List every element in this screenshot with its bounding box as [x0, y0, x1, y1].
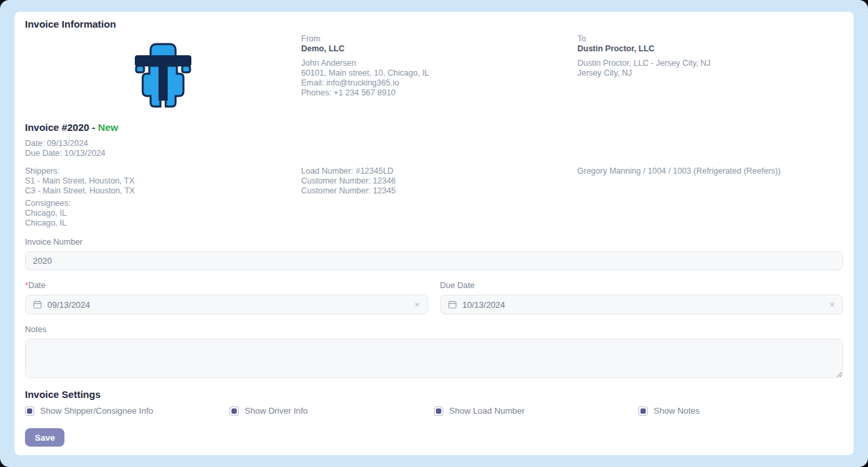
option-label: Show Load Number: [449, 406, 525, 416]
invoice-number-input[interactable]: [25, 251, 843, 270]
due-date-field: Due Date 10/13/2024 ✕: [440, 270, 843, 314]
shippers-consignees-column: Shippers: S1 - Main Street, Houston, TX …: [25, 166, 301, 228]
logo-container: [25, 34, 301, 112]
to-company: Dustin Proctor, LLC: [577, 44, 843, 54]
option-show-notes: Show Notes: [639, 406, 843, 416]
option-show-shipper-consignee: Show Shipper/Consignee Info: [25, 406, 229, 416]
shipper-line: S1 - Main Street, Houston, TX: [25, 176, 301, 186]
option-label: Show Driver Info: [245, 406, 308, 416]
show-notes-checkbox[interactable]: [639, 406, 648, 416]
from-address: 60101, Main street, 10, Chicago, IL: [301, 68, 577, 78]
checkbox-fill: [436, 408, 441, 414]
shippers-label: Shippers:: [25, 166, 301, 176]
invoice-card: Invoice Information From Demo: [14, 12, 854, 455]
consignees-label: Consignees:: [25, 199, 301, 209]
to-section: To Dustin Proctor, LLC Dustin Proctor, L…: [577, 34, 843, 112]
card-title: Invoice Information: [25, 18, 843, 30]
from-company: Demo, LLC: [301, 44, 577, 54]
shipment-section: Shippers: S1 - Main Street, Houston, TX …: [25, 166, 843, 228]
header-section: From Demo, LLC John Andersen 60101, Main…: [25, 34, 843, 112]
show-driver-info-checkbox[interactable]: [229, 406, 239, 416]
settings-options-row: Show Shipper/Consignee Info Show Driver …: [25, 406, 843, 416]
customer-number-line: Customer Number: 12345: [301, 186, 577, 196]
calendar-icon: [448, 300, 457, 309]
date-label: *Date: [25, 281, 428, 291]
invoice-due-date-line: Due Date: 10/13/2024: [25, 149, 843, 159]
driver-info-line: Gregory Manning / 1004 / 1003 (Refrigera…: [577, 166, 843, 176]
from-contact-name: John Andersen: [301, 59, 577, 68]
show-shipper-consignee-checkbox[interactable]: [25, 406, 34, 416]
consignee-line: Chicago, IL: [25, 209, 301, 218]
invoice-number-title: Invoice #2020 -: [25, 122, 98, 133]
save-button[interactable]: Save: [25, 428, 64, 447]
show-load-number-checkbox[interactable]: [434, 406, 443, 416]
consignee-line: Chicago, IL: [25, 218, 301, 228]
trucking365-logo: [130, 42, 196, 112]
shipper-line: C3 - Main Street, Houston, TX: [25, 186, 301, 196]
checkbox-fill: [27, 408, 32, 414]
checkbox-fill: [231, 408, 237, 414]
invoice-title: Invoice #2020 - New: [25, 121, 843, 134]
clear-date-icon[interactable]: ✕: [414, 301, 420, 308]
due-date-input[interactable]: 10/13/2024 ✕: [440, 295, 843, 314]
page-background: Invoice Information From Demo: [0, 0, 868, 467]
date-input[interactable]: 09/13/2024 ✕: [25, 295, 428, 314]
checkbox-fill: [640, 408, 646, 414]
calendar-icon: [33, 300, 42, 309]
invoice-settings-title: Invoice Settings: [25, 388, 843, 401]
load-info-column: Load Number: #12345LD Customer Number: 1…: [301, 166, 577, 228]
notes-textarea[interactable]: [25, 339, 843, 378]
option-label: Show Notes: [654, 406, 700, 416]
invoice-dates: Date: 09/13/2024 Due Date: 10/13/2024: [25, 139, 843, 159]
clear-due-date-icon[interactable]: ✕: [829, 301, 835, 308]
due-date-value: 10/13/2024: [462, 300, 505, 310]
from-phone: Phones: +1 234 567 8910: [301, 88, 577, 98]
to-city-line: Jersey City, NJ: [577, 68, 843, 78]
due-date-label: Due Date: [440, 281, 843, 291]
date-value: 09/13/2024: [47, 300, 90, 310]
invoice-number-label: Invoice Number: [25, 237, 843, 247]
invoice-status-badge: New: [98, 122, 118, 133]
from-email: Email: info@trucking365.io: [301, 78, 577, 88]
to-address-line: Dustin Proctor, LLC - Jersey City, NJ: [577, 59, 843, 68]
load-number-line: Load Number: #12345LD: [301, 166, 577, 176]
invoice-date-line: Date: 09/13/2024: [25, 139, 843, 149]
date-fields-row: *Date 09/13/2024 ✕ Due Date: [25, 270, 843, 314]
customer-number-line: Customer Number: 12346: [301, 176, 577, 186]
date-field: *Date 09/13/2024 ✕: [25, 270, 428, 314]
to-label: To: [577, 34, 843, 44]
from-label: From: [301, 34, 577, 44]
from-section: From Demo, LLC John Andersen 60101, Main…: [301, 34, 577, 112]
option-show-load-number: Show Load Number: [434, 406, 639, 416]
notes-label: Notes: [25, 325, 843, 335]
driver-info-column: Gregory Manning / 1004 / 1003 (Refrigera…: [577, 166, 843, 228]
option-label: Show Shipper/Consignee Info: [40, 406, 153, 416]
option-show-driver-info: Show Driver Info: [229, 406, 434, 416]
